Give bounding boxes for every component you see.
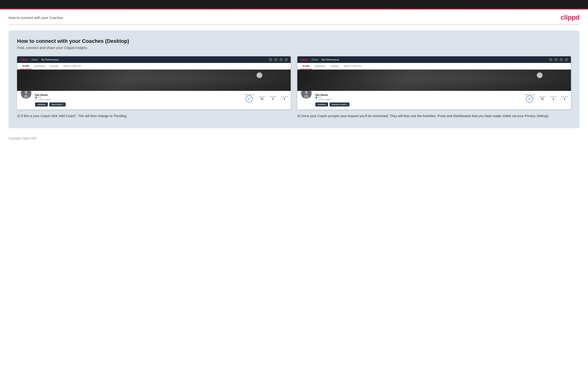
btn-row-left: Unfollow Add Coach + [35,102,241,107]
activities-value-left: 71 [259,98,265,100]
tab-dashboard-left[interactable]: Dashboard [32,63,47,69]
user-role-left: Pro [35,96,241,99]
mock-stats-right: Player Quality 97 Activities 71 Follower… [524,94,568,102]
user-location-right: 📍 United Kingdom [315,99,521,100]
mock-profile-content-left: Dan Davies Pro 📍 United Kingdom Unfollow [17,91,291,109]
moon-right [537,72,543,78]
screenshot-col-left: clippd Home My Performance Profile Dashb… [17,56,291,119]
description-right: 4) Once your Coach accepts your request … [297,114,571,119]
banner-texture-left [17,70,291,91]
settings-icon-right[interactable] [560,58,563,61]
tab-profile-left[interactable]: Profile [20,63,32,69]
mock-nav-left: clippd Home My Performance [17,56,291,63]
user-icon-right[interactable] [554,58,558,61]
user-name-right: Dan Davies [315,94,521,96]
user-location-left: 📍 United Kingdom [35,99,241,100]
remove-coach-button[interactable]: Remove Coach × [329,102,350,107]
tab-activities-right[interactable]: Activities [328,63,341,69]
pin-icon-left: 📍 [35,99,37,100]
activities-label-right: Activities [539,96,545,98]
main-title: How to connect with your Coaches (Deskto… [17,38,571,44]
mock-user-info-right: Dan Davies Pro 📍 United Kingdom Unfollow [315,94,521,107]
screenshot-col-right: clippd Home My Performance Profile Dashb… [297,56,571,119]
following-value-right: 1 [561,98,568,100]
screenshots-row: clippd Home My Performance Profile Dashb… [17,56,571,119]
following-stat-right: Following 1 [561,96,568,100]
settings-icon-left[interactable] [279,58,283,61]
player-quality-stat-left: Player Quality 97 [244,94,254,102]
search-icon-right[interactable] [549,58,553,61]
check-icon-left [35,97,37,99]
btn-row-right: Unfollow Remove Coach × [315,102,521,107]
followers-value-right: 1 [550,98,557,100]
activities-stat-left: Activities 71 [259,96,265,100]
mock-nav-home-right[interactable]: Home [311,58,318,61]
tab-what-to-work-on-left[interactable]: What To Work On [61,63,84,69]
activities-label-left: Activities [259,96,265,98]
header: How to connect with your Coaches clippd [0,9,588,25]
quality-circle-right: 97 [526,95,533,102]
tab-what-to-work-on-right[interactable]: What To Work On [341,63,364,69]
moon-left [257,72,262,78]
quality-circle-left: 97 [246,95,253,102]
description-left: 3) If this is your Coach click 'Add Coac… [17,114,291,119]
mock-profile-row-left: Dan Davies Pro 📍 United Kingdom Unfollow [20,93,288,107]
tab-activities-left[interactable]: Activities [47,63,61,69]
header-title: How to connect with your Coaches [9,16,63,20]
header-divider [9,25,579,25]
mock-browser-right: clippd Home My Performance Profile Dashb… [297,56,571,109]
banner-texture-right [297,70,571,91]
mock-profile-row-right: Dan Davies Pro 📍 United Kingdom Unfollow [300,93,568,107]
tab-profile-right[interactable]: Profile [300,63,312,69]
quality-label-right: Player Quality [524,94,535,95]
footer: Copyright Clippd 2022 [0,134,588,145]
svg-point-4 [305,91,308,94]
followers-label-left: Followers [269,96,277,98]
following-value-left: 1 [281,98,288,100]
mock-nav-right: clippd Home My Performance [297,56,571,63]
mock-tabs-left: Profile Dashboard Activities What To Wor… [17,63,291,70]
copyright-text: Copyright Clippd 2022 [9,137,37,140]
activities-value-right: 71 [539,98,545,100]
followers-value-left: 1 [269,98,277,100]
search-icon-left[interactable] [269,58,272,61]
player-quality-stat-right: Player Quality 97 [524,94,535,102]
mock-tabs-right: Profile Dashboard Activities What To Wor… [297,63,571,70]
mock-nav-performance-left[interactable]: My Performance [42,58,59,61]
mock-nav-icons-left [269,58,288,61]
followers-stat-right: Followers 1 [550,96,557,100]
mock-nav-home-left[interactable]: Home [31,58,38,61]
unfollow-button-left[interactable]: Unfollow [35,102,48,107]
main-content: How to connect with your Coaches (Deskto… [9,31,579,128]
followers-stat-left: Followers 1 [269,96,277,100]
unfollow-button-right[interactable]: Unfollow [315,102,328,107]
globe-icon-right[interactable] [565,58,568,61]
mock-logo-right: clippd [300,58,308,61]
quality-label-left: Player Quality [244,94,254,95]
mock-nav-icons-right [549,58,568,61]
pin-icon-right: 📍 [315,99,318,100]
activities-stat-right: Activities 71 [539,96,545,100]
user-icon-left[interactable] [274,58,277,61]
user-name-left: Dan Davies [35,94,241,96]
mock-banner-left [17,70,291,91]
tab-dashboard-right[interactable]: Dashboard [312,63,328,69]
mock-user-info-left: Dan Davies Pro 📍 United Kingdom Unfollow [35,94,241,107]
add-coach-button[interactable]: Add Coach + [49,102,66,107]
mock-banner-right [297,70,571,91]
following-stat-left: Following 1 [281,96,288,100]
svg-point-1 [25,91,27,94]
top-bar [0,0,588,8]
following-label-right: Following [561,96,568,98]
user-role-right: Pro [315,96,521,99]
globe-icon-left[interactable] [285,58,288,61]
mock-nav-performance-right[interactable]: My Performance [322,58,339,61]
followers-label-right: Followers [550,96,557,98]
following-label-left: Following [281,96,288,98]
mock-profile-content-right: Dan Davies Pro 📍 United Kingdom Unfollow [297,91,571,109]
main-subtitle: Find, connect and share your Clippd insi… [17,46,571,50]
mock-stats-left: Player Quality 97 Activities 71 Follower… [244,94,288,102]
clippd-logo: clippd [561,14,579,21]
check-icon-right [315,97,317,99]
mock-browser-left: clippd Home My Performance Profile Dashb… [17,56,291,109]
